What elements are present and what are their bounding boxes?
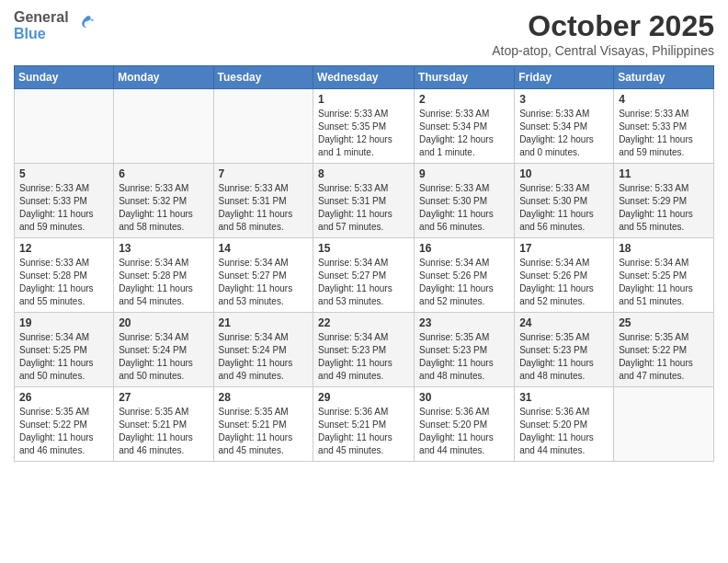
calendar-cell: 13Sunrise: 5:34 AM Sunset: 5:28 PM Dayli…	[114, 238, 213, 313]
weekday-header-sunday: Sunday	[15, 66, 114, 89]
calendar-cell: 28Sunrise: 5:35 AM Sunset: 5:21 PM Dayli…	[213, 387, 313, 462]
day-info: Sunrise: 5:36 AM Sunset: 5:20 PM Dayligh…	[419, 406, 509, 457]
day-number: 15	[318, 242, 409, 255]
day-number: 18	[619, 242, 709, 255]
calendar-header-row: SundayMondayTuesdayWednesdayThursdayFrid…	[15, 66, 714, 89]
location-title: Atop-atop, Central Visayas, Philippines	[492, 43, 714, 58]
day-info: Sunrise: 5:35 AM Sunset: 5:23 PM Dayligh…	[419, 331, 509, 383]
calendar-week-row: 26Sunrise: 5:35 AM Sunset: 5:22 PM Dayli…	[15, 387, 714, 462]
calendar-week-row: 19Sunrise: 5:34 AM Sunset: 5:25 PM Dayli…	[15, 313, 714, 387]
day-info: Sunrise: 5:34 AM Sunset: 5:25 PM Dayligh…	[619, 257, 709, 308]
day-number: 5	[19, 167, 108, 180]
calendar-cell: 14Sunrise: 5:34 AM Sunset: 5:27 PM Dayli…	[213, 238, 313, 313]
calendar-cell: 12Sunrise: 5:33 AM Sunset: 5:28 PM Dayli…	[15, 238, 114, 313]
day-info: Sunrise: 5:33 AM Sunset: 5:34 PM Dayligh…	[419, 108, 509, 159]
day-number: 23	[419, 316, 509, 329]
day-number: 4	[619, 93, 709, 106]
logo-general-text: General	[14, 9, 69, 25]
calendar-cell: 22Sunrise: 5:34 AM Sunset: 5:23 PM Dayli…	[313, 313, 415, 387]
calendar-cell: 10Sunrise: 5:33 AM Sunset: 5:30 PM Dayli…	[515, 164, 614, 238]
day-number: 16	[419, 242, 509, 255]
calendar-cell: 6Sunrise: 5:33 AM Sunset: 5:32 PM Daylig…	[114, 164, 213, 238]
day-number: 19	[19, 316, 108, 329]
day-number: 30	[419, 391, 509, 404]
day-info: Sunrise: 5:33 AM Sunset: 5:30 PM Dayligh…	[519, 182, 609, 234]
day-info: Sunrise: 5:35 AM Sunset: 5:22 PM Dayligh…	[19, 406, 108, 457]
day-number: 9	[419, 167, 509, 180]
day-info: Sunrise: 5:33 AM Sunset: 5:33 PM Dayligh…	[19, 182, 108, 234]
calendar-cell: 18Sunrise: 5:34 AM Sunset: 5:25 PM Dayli…	[614, 238, 714, 313]
day-info: Sunrise: 5:33 AM Sunset: 5:35 PM Dayligh…	[318, 108, 409, 159]
calendar-cell: 20Sunrise: 5:34 AM Sunset: 5:24 PM Dayli…	[114, 313, 213, 387]
day-info: Sunrise: 5:34 AM Sunset: 5:23 PM Dayligh…	[318, 331, 409, 383]
calendar-cell: 30Sunrise: 5:36 AM Sunset: 5:20 PM Dayli…	[415, 387, 515, 462]
calendar-table: SundayMondayTuesdayWednesdayThursdayFrid…	[14, 65, 714, 462]
day-info: Sunrise: 5:34 AM Sunset: 5:28 PM Dayligh…	[119, 257, 208, 308]
day-info: Sunrise: 5:35 AM Sunset: 5:21 PM Dayligh…	[119, 406, 208, 457]
calendar-cell: 11Sunrise: 5:33 AM Sunset: 5:29 PM Dayli…	[614, 164, 714, 238]
day-info: Sunrise: 5:33 AM Sunset: 5:31 PM Dayligh…	[219, 182, 309, 234]
day-info: Sunrise: 5:33 AM Sunset: 5:33 PM Dayligh…	[619, 108, 709, 159]
calendar-cell: 3Sunrise: 5:33 AM Sunset: 5:34 PM Daylig…	[515, 89, 614, 164]
day-info: Sunrise: 5:33 AM Sunset: 5:29 PM Dayligh…	[619, 182, 709, 234]
logo-blue: Blue	[14, 26, 76, 42]
day-number: 29	[318, 391, 409, 404]
day-number: 14	[219, 242, 309, 255]
day-info: Sunrise: 5:33 AM Sunset: 5:28 PM Dayligh…	[19, 257, 108, 308]
day-number: 25	[619, 316, 709, 329]
day-number: 27	[119, 391, 208, 404]
calendar-cell	[213, 89, 313, 164]
day-number: 7	[219, 167, 309, 180]
calendar-cell: 7Sunrise: 5:33 AM Sunset: 5:31 PM Daylig…	[213, 164, 313, 238]
weekday-header-monday: Monday	[114, 66, 213, 89]
day-number: 17	[519, 242, 609, 255]
day-number: 13	[119, 242, 208, 255]
day-number: 8	[318, 167, 409, 180]
calendar-cell: 26Sunrise: 5:35 AM Sunset: 5:22 PM Dayli…	[15, 387, 114, 462]
day-info: Sunrise: 5:33 AM Sunset: 5:30 PM Dayligh…	[419, 182, 509, 234]
day-number: 20	[119, 316, 208, 329]
day-info: Sunrise: 5:35 AM Sunset: 5:23 PM Dayligh…	[519, 331, 609, 383]
calendar-cell: 17Sunrise: 5:34 AM Sunset: 5:26 PM Dayli…	[515, 238, 614, 313]
day-number: 26	[19, 391, 108, 404]
calendar-week-row: 12Sunrise: 5:33 AM Sunset: 5:28 PM Dayli…	[15, 238, 714, 313]
day-number: 28	[219, 391, 309, 404]
day-info: Sunrise: 5:34 AM Sunset: 5:27 PM Dayligh…	[219, 257, 309, 308]
day-info: Sunrise: 5:34 AM Sunset: 5:25 PM Dayligh…	[19, 331, 108, 383]
day-number: 11	[619, 167, 709, 180]
day-info: Sunrise: 5:35 AM Sunset: 5:22 PM Dayligh…	[619, 331, 709, 383]
calendar-cell: 31Sunrise: 5:36 AM Sunset: 5:20 PM Dayli…	[515, 387, 614, 462]
calendar-cell	[15, 89, 114, 164]
calendar-cell: 5Sunrise: 5:33 AM Sunset: 5:33 PM Daylig…	[15, 164, 114, 238]
day-number: 10	[519, 167, 609, 180]
page-header: General Blue October 2025 Atop-atop, Cen…	[14, 9, 714, 58]
calendar-cell: 9Sunrise: 5:33 AM Sunset: 5:30 PM Daylig…	[415, 164, 515, 238]
weekday-header-tuesday: Tuesday	[213, 66, 313, 89]
logo: General Blue	[14, 9, 95, 41]
weekday-header-thursday: Thursday	[415, 66, 515, 89]
day-number: 1	[318, 93, 409, 106]
day-info: Sunrise: 5:35 AM Sunset: 5:21 PM Dayligh…	[219, 406, 309, 457]
logo-general: General	[14, 9, 76, 26]
day-info: Sunrise: 5:34 AM Sunset: 5:26 PM Dayligh…	[419, 257, 509, 308]
day-info: Sunrise: 5:34 AM Sunset: 5:27 PM Dayligh…	[318, 257, 409, 308]
day-info: Sunrise: 5:33 AM Sunset: 5:34 PM Dayligh…	[519, 108, 609, 159]
calendar-cell: 29Sunrise: 5:36 AM Sunset: 5:21 PM Dayli…	[313, 387, 415, 462]
day-info: Sunrise: 5:34 AM Sunset: 5:24 PM Dayligh…	[119, 331, 208, 383]
calendar-cell: 8Sunrise: 5:33 AM Sunset: 5:31 PM Daylig…	[313, 164, 415, 238]
day-info: Sunrise: 5:36 AM Sunset: 5:20 PM Dayligh…	[519, 406, 609, 457]
bird-icon	[78, 14, 95, 30]
day-info: Sunrise: 5:34 AM Sunset: 5:24 PM Dayligh…	[219, 331, 309, 383]
day-number: 12	[19, 242, 108, 255]
month-title: October 2025	[492, 9, 714, 43]
day-info: Sunrise: 5:33 AM Sunset: 5:32 PM Dayligh…	[119, 182, 208, 234]
day-info: Sunrise: 5:36 AM Sunset: 5:21 PM Dayligh…	[318, 406, 409, 457]
weekday-header-friday: Friday	[515, 66, 614, 89]
title-block: October 2025 Atop-atop, Central Visayas,…	[492, 9, 714, 58]
calendar-cell	[614, 387, 714, 462]
day-info: Sunrise: 5:34 AM Sunset: 5:26 PM Dayligh…	[519, 257, 609, 308]
day-number: 6	[119, 167, 208, 180]
day-info: Sunrise: 5:33 AM Sunset: 5:31 PM Dayligh…	[318, 182, 409, 234]
weekday-header-saturday: Saturday	[614, 66, 714, 89]
day-number: 2	[419, 93, 509, 106]
